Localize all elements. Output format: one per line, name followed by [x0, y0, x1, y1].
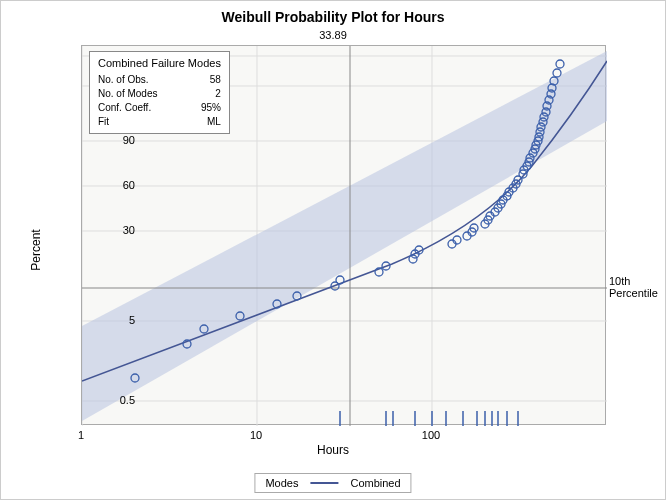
svg-point-17 [336, 276, 344, 284]
info-label: No. of Modes [98, 87, 157, 101]
info-value: 95% [201, 101, 221, 115]
info-row: No. of Obs. 58 [98, 73, 221, 87]
x-axis-label: Hours [317, 443, 349, 457]
svg-point-60 [553, 69, 561, 77]
rug-ticks [340, 411, 518, 426]
legend-title: Modes [265, 477, 298, 489]
svg-point-61 [556, 60, 564, 68]
chart-container: Weibull Probability Plot for Hours 33.89… [0, 0, 666, 500]
x-tick: 1 [78, 429, 84, 441]
info-label: Fit [98, 115, 109, 129]
info-box: Combined Failure Modes No. of Obs. 58 No… [89, 51, 230, 134]
y-tick: 5 [129, 314, 135, 326]
info-value: 2 [215, 87, 221, 101]
legend: Modes Combined [254, 473, 411, 493]
info-row: Conf. Coeff. 95% [98, 101, 221, 115]
reference-x-label: 33.89 [1, 29, 665, 41]
x-tick: 10 [250, 429, 262, 441]
legend-item-label: Combined [350, 477, 400, 489]
y-tick: 60 [123, 179, 135, 191]
y-axis-label: Percent [29, 229, 43, 270]
reference-y-label: 10th Percentile [609, 275, 665, 299]
x-tick: 100 [422, 429, 440, 441]
plot-area: Combined Failure Modes No. of Obs. 58 No… [81, 45, 606, 425]
legend-line-icon [310, 482, 338, 484]
info-value: 58 [210, 73, 221, 87]
info-box-title: Combined Failure Modes [98, 56, 221, 71]
info-label: No. of Obs. [98, 73, 149, 87]
y-tick: 90 [123, 134, 135, 146]
info-label: Conf. Coeff. [98, 101, 151, 115]
y-tick: 0.5 [120, 394, 135, 406]
chart-title: Weibull Probability Plot for Hours [1, 1, 665, 25]
y-tick: 30 [123, 224, 135, 236]
info-value: ML [207, 115, 221, 129]
info-row: No. of Modes 2 [98, 87, 221, 101]
info-row: Fit ML [98, 115, 221, 129]
svg-point-20 [409, 255, 417, 263]
